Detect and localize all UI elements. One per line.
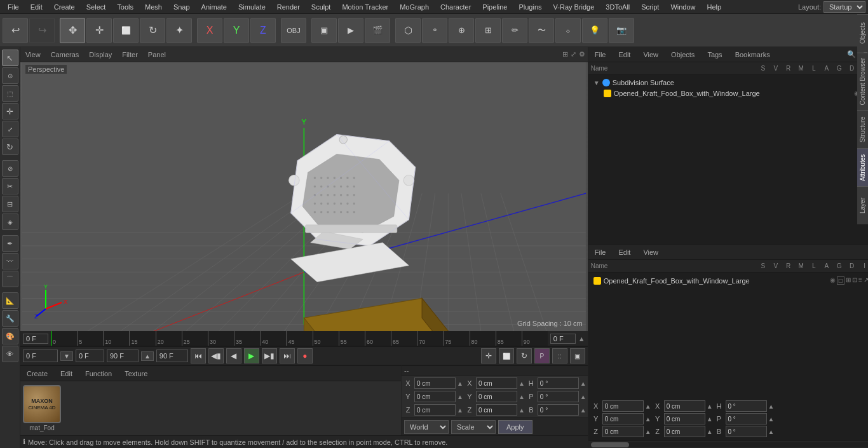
menu-render[interactable]: Render (272, 2, 305, 12)
cube-btn[interactable]: ⬡ (395, 18, 421, 43)
frame-start-val[interactable] (76, 350, 104, 362)
tool-walkthrough[interactable]: 👁 (2, 346, 18, 362)
mat-texture[interactable]: Texture (121, 369, 151, 379)
camera-btn[interactable]: 📷 (609, 18, 634, 43)
material-item[interactable]: MAXON CINEMA 4D mat_Fod (23, 385, 61, 431)
coord-y2-btn[interactable]: ▲ (519, 393, 525, 400)
menu-character[interactable]: Character (435, 2, 476, 12)
render-view-btn[interactable]: ▶ (338, 18, 363, 43)
scale-tool-btn[interactable]: ⬜ (499, 348, 514, 363)
menu-snap[interactable]: Snap (168, 2, 195, 12)
tool-extrude[interactable]: ⊟ (2, 196, 18, 212)
vp-menu-view[interactable]: View (23, 50, 43, 60)
obj-expand-icon[interactable]: ▼ (593, 79, 600, 86)
attr-y-up[interactable]: ▲ (645, 416, 651, 423)
obj-tags[interactable]: Tags (703, 50, 726, 60)
attr-x-up[interactable]: ▲ (645, 403, 651, 410)
rotate-btn[interactable]: ↻ (140, 18, 165, 43)
frame-end-val2[interactable] (156, 350, 188, 362)
vp-menu-display[interactable]: Display (86, 50, 114, 60)
attr-view[interactable]: View (639, 247, 662, 257)
frame-end-up[interactable]: ▲ (141, 351, 154, 361)
coord-z-size[interactable] (476, 404, 517, 416)
tool-magnet[interactable]: 🔧 (2, 310, 18, 327)
menu-simulate[interactable]: Simulate (233, 2, 271, 12)
play-back-btn[interactable]: ◀ (226, 348, 241, 363)
vp-icon-expand[interactable]: ⊞ (562, 50, 568, 58)
coord-x2-btn[interactable]: ▲ (519, 380, 525, 387)
coord-x-btn[interactable]: ▲ (457, 380, 463, 387)
pen-btn[interactable]: ✏ (502, 18, 527, 43)
menu-tools[interactable]: Tools (112, 2, 139, 12)
coord-z2-btn[interactable]: ▲ (519, 407, 525, 414)
dope-sheet-btn[interactable]: :: (552, 348, 567, 363)
transform-btn[interactable]: ✦ (166, 18, 192, 43)
menu-file[interactable]: File (3, 2, 24, 12)
mat-edit[interactable]: Edit (57, 369, 76, 379)
vp-menu-cameras[interactable]: Cameras (48, 50, 82, 60)
tool-brush[interactable]: ⊘ (2, 160, 18, 177)
render-region-btn[interactable]: ▣ (311, 18, 337, 43)
frame-end-input[interactable] (550, 334, 576, 344)
menu-script[interactable]: Script (636, 2, 664, 12)
tool-rect-select[interactable]: ⬚ (2, 85, 18, 102)
apply-button[interactable]: Apply (498, 420, 532, 434)
scale-btn[interactable]: ⬜ (113, 18, 139, 43)
attr-z-up[interactable]: ▲ (645, 428, 651, 435)
record-btn[interactable]: ● (297, 348, 313, 363)
light-btn[interactable]: 💡 (582, 18, 607, 43)
vtab-content-browser[interactable]: Content Browser (857, 52, 868, 110)
view-mode-btn[interactable]: ▣ (570, 348, 585, 363)
coord-p-btn[interactable]: ▲ (580, 393, 587, 400)
anim-mode-btn[interactable]: P (534, 348, 550, 363)
attr-y-pos[interactable] (602, 413, 644, 424)
coord-b[interactable] (538, 404, 579, 416)
tool-move[interactable]: ✛ (2, 103, 18, 119)
viewport-canvas[interactable]: Y Perspective Grid Spacing : 10 cm Y X Z (20, 62, 588, 331)
coord-y-pos[interactable] (414, 391, 456, 402)
object-mode-btn[interactable]: OBJ (281, 18, 306, 43)
frame-start-input[interactable] (23, 334, 48, 344)
menu-motion-tracker[interactable]: Motion Tracker (337, 2, 393, 12)
menu-plugins[interactable]: Plugins (513, 2, 546, 12)
menu-select[interactable]: Select (81, 2, 111, 12)
select-mode-btn[interactable]: ✥ (60, 18, 85, 43)
step-fwd-btn[interactable]: ▶▮ (262, 348, 277, 363)
attr-item-box[interactable]: Opened_Kraft_Food_Box_with_Window_Large … (591, 275, 868, 286)
obj-bookmarks[interactable]: Bookmarks (731, 50, 774, 60)
tool-arc-spline[interactable]: ⌒ (2, 271, 18, 287)
sphere-btn[interactable]: ⚬ (422, 18, 447, 43)
frame-down-btn[interactable]: ▼ (60, 351, 73, 361)
vp-menu-panel[interactable]: Panel (146, 50, 168, 60)
scale-select[interactable]: Scale (451, 420, 496, 434)
tool-knife[interactable]: ✂ (2, 178, 18, 194)
world-select[interactable]: World (404, 420, 449, 434)
frame-end-val[interactable] (107, 350, 139, 362)
attr-b-up[interactable]: ▲ (768, 428, 775, 435)
mat-function[interactable]: Function (81, 369, 116, 379)
menu-3dtoall[interactable]: 3DToAll (600, 2, 635, 12)
layout-select[interactable]: Startup (824, 1, 865, 13)
step-back-btn[interactable]: ◀▮ (208, 348, 224, 363)
menu-mesh[interactable]: Mesh (140, 2, 167, 12)
attr-y-size[interactable] (664, 413, 705, 424)
tool-live-select[interactable]: ⊙ (2, 67, 18, 84)
coord-b-btn[interactable]: ▲ (580, 407, 587, 414)
attr-h-up[interactable]: ▲ (768, 403, 775, 410)
axis-x-btn[interactable]: X (197, 18, 222, 43)
menu-pipeline[interactable]: Pipeline (477, 2, 512, 12)
undo-btn[interactable]: ↩ (3, 18, 28, 43)
coord-h[interactable] (538, 377, 579, 389)
vtab-objects[interactable]: Objects (857, 47, 868, 52)
attr-z2-up[interactable]: ▲ (707, 428, 713, 435)
go-end-btn[interactable]: ⏭ (280, 348, 295, 363)
current-frame-input[interactable] (23, 350, 58, 362)
obj-view[interactable]: View (639, 50, 662, 60)
array-btn[interactable]: ⊞ (475, 18, 501, 43)
render-pv-btn[interactable]: 🎬 (365, 18, 390, 43)
deform-btn[interactable]: ⬦ (555, 18, 581, 43)
attr-x-size[interactable] (664, 400, 705, 412)
obj-item-box[interactable]: Opened_Kraft_Food_Box_with_Window_Large … (591, 88, 868, 98)
menu-sculpt[interactable]: Sculpt (306, 2, 336, 12)
coord-p[interactable] (538, 391, 579, 402)
